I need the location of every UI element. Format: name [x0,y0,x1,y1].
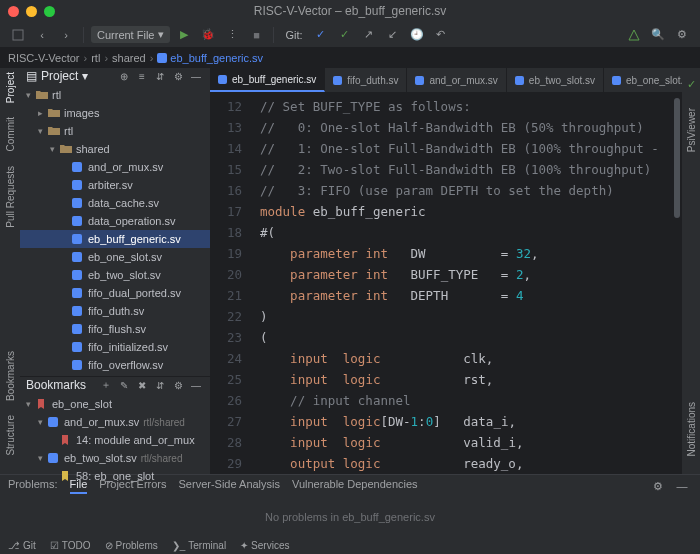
problems-tab-server[interactable]: Server-Side Analysis [179,478,281,494]
settings-button[interactable]: ⚙ [672,25,692,45]
panel-hide-button[interactable]: — [672,476,692,496]
problems-tab-vuln[interactable]: Vulnerable Dependencies [292,478,418,494]
minimize-window-button[interactable] [26,6,37,17]
tool-psiviewer[interactable]: PsiViewer [686,108,697,152]
tree-row[interactable]: 14: module and_or_mux [20,431,210,449]
tool-bookmarks[interactable]: Bookmarks [5,351,16,401]
editor-tab[interactable]: fifo_duth.sv [325,68,407,92]
vcs-update-button[interactable]: ✓ [311,25,331,45]
build-button[interactable] [624,25,644,45]
main-toolbar: ‹ › Current File ▾ ▶ 🐞 ⋮ ■ Git: ✓ ✓ ↗ ↙ … [0,22,700,48]
services-icon: ✦ [240,540,248,551]
back-button[interactable]: ‹ [32,25,52,45]
run-button[interactable]: ▶ [174,25,194,45]
tab-label: eb_one_slot.sv [626,75,682,86]
tool-pull-requests[interactable]: Pull Requests [5,166,16,228]
tree-row[interactable]: arbiter.sv [20,176,210,194]
vcs-pull-button[interactable]: ↙ [383,25,403,45]
tree-row[interactable]: ▸images [20,104,210,122]
bottom-tool-services[interactable]: ✦Services [240,540,289,551]
bottom-tool-problems[interactable]: ⊘Problems [105,540,158,551]
forward-button[interactable]: › [56,25,76,45]
titlebar: RISC-V-Vector – eb_buff_generic.sv [0,0,700,22]
tree-row[interactable]: fifo_dual_ported.sv [20,284,210,302]
tree-row[interactable]: eb_buff_generic.sv [20,230,210,248]
tree-row[interactable]: eb_two_slot.sv [20,266,210,284]
stop-button[interactable]: ■ [246,25,266,45]
tree-label: images [64,107,99,119]
close-window-button[interactable] [8,6,19,17]
editor-tab[interactable]: eb_buff_generic.sv [210,68,325,92]
breadcrumb-current[interactable]: eb_buff_generic.sv [157,52,263,64]
tree-row[interactable]: fifo_overflow.sv [20,356,210,374]
expand-icon[interactable]: ▾ [38,126,48,136]
search-button[interactable]: 🔍 [648,25,668,45]
vcs-history-button[interactable]: 🕘 [407,25,427,45]
tool-commit[interactable]: Commit [5,117,16,151]
scrollbar-thumb[interactable] [674,98,680,218]
project-icon[interactable] [8,25,28,45]
bottom-tool-git[interactable]: ⎇Git [8,540,36,551]
collapse-button[interactable]: ⇵ [152,68,168,84]
problems-tab-project[interactable]: Project Errors [99,478,166,494]
breadcrumb-segment[interactable]: rtl [91,52,100,64]
panel-settings-button[interactable]: ⚙ [648,476,668,496]
project-tree[interactable]: ▾rtl▸images▾rtl▾sharedand_or_mux.svarbit… [20,84,210,376]
bookmarks-tree[interactable]: ▾eb_one_slot▾and_or_mux.svrtl/shared14: … [20,393,210,487]
tree-row[interactable]: data_cache.sv [20,194,210,212]
debug-button[interactable]: 🐞 [198,25,218,45]
tree-row[interactable]: fifo_duth.sv [20,302,210,320]
locate-button[interactable]: ⊕ [116,68,132,84]
tree-row[interactable]: ▾rtl [20,122,210,140]
bm-delete-button[interactable]: ✖ [134,377,150,393]
tree-row[interactable]: ▾eb_two_slot.svrtl/shared [20,449,210,467]
bm-edit-button[interactable]: ✎ [116,377,132,393]
expand-button[interactable]: ≡ [134,68,150,84]
tree-label: fifo_flush.sv [88,323,146,335]
vcs-revert-button[interactable]: ↶ [431,25,451,45]
expand-icon[interactable]: ▾ [26,90,36,100]
bottom-tool-terminal[interactable]: ❯_Terminal [172,540,226,551]
tool-project[interactable]: Project [5,72,16,103]
line-gutter[interactable]: 121314151617181920212223242526272829 [210,92,252,474]
run-config-selector[interactable]: Current File ▾ [91,26,170,43]
expand-icon[interactable]: ▾ [26,399,36,409]
tree-row[interactable]: ▾and_or_mux.svrtl/shared [20,413,210,431]
tool-notifications[interactable]: Notifications [686,402,697,456]
breadcrumb-segment[interactable]: RISC-V-Vector [8,52,80,64]
tree-row[interactable]: data_operation.sv [20,212,210,230]
tree-row[interactable]: and_or_mux.sv [20,158,210,176]
breadcrumb-segment[interactable]: shared [112,52,146,64]
tree-row[interactable]: eb_one_slot.sv [20,248,210,266]
bm-settings-button[interactable]: ⚙ [170,377,186,393]
code-editor[interactable]: 121314151617181920212223242526272829 // … [210,92,682,474]
tree-row[interactable]: ▾rtl [20,86,210,104]
problems-tab-file[interactable]: File [70,478,88,494]
expand-icon[interactable]: ▾ [50,144,60,154]
vcs-commit-button[interactable]: ✓ [335,25,355,45]
settings-icon[interactable]: ⚙ [170,68,186,84]
editor-tab[interactable]: eb_two_slot.sv [507,68,604,92]
editor-tab[interactable]: and_or_mux.sv [407,68,506,92]
more-run-button[interactable]: ⋮ [222,25,242,45]
hide-button[interactable]: — [188,68,204,84]
bottom-tool-todo[interactable]: ☑TODO [50,540,91,551]
tree-row[interactable]: ▾shared [20,140,210,158]
scrollbar[interactable] [672,92,682,474]
code-lines[interactable]: // Set BUFF_TYPE as follows:// 0: One-sl… [252,92,682,474]
maximize-window-button[interactable] [44,6,55,17]
bm-expand-button[interactable]: ⇵ [152,377,168,393]
tree-row[interactable]: fifo_flush.sv [20,320,210,338]
tree-row[interactable]: fifo_initialized.sv [20,338,210,356]
inspections-icon[interactable]: ✓ [681,74,700,94]
expand-icon[interactable]: ▾ [38,453,48,463]
vcs-push-button[interactable]: ↗ [359,25,379,45]
expand-icon[interactable]: ▾ [38,417,48,427]
chevron-down-icon[interactable]: ▾ [82,69,88,83]
bm-add-button[interactable]: ＋ [98,377,114,393]
hide-button[interactable]: — [188,377,204,393]
expand-icon[interactable]: ▸ [38,108,48,118]
editor-tab[interactable]: eb_one_slot.sv [604,68,682,92]
tree-row[interactable]: ▾eb_one_slot [20,395,210,413]
tool-structure[interactable]: Structure [5,415,16,456]
